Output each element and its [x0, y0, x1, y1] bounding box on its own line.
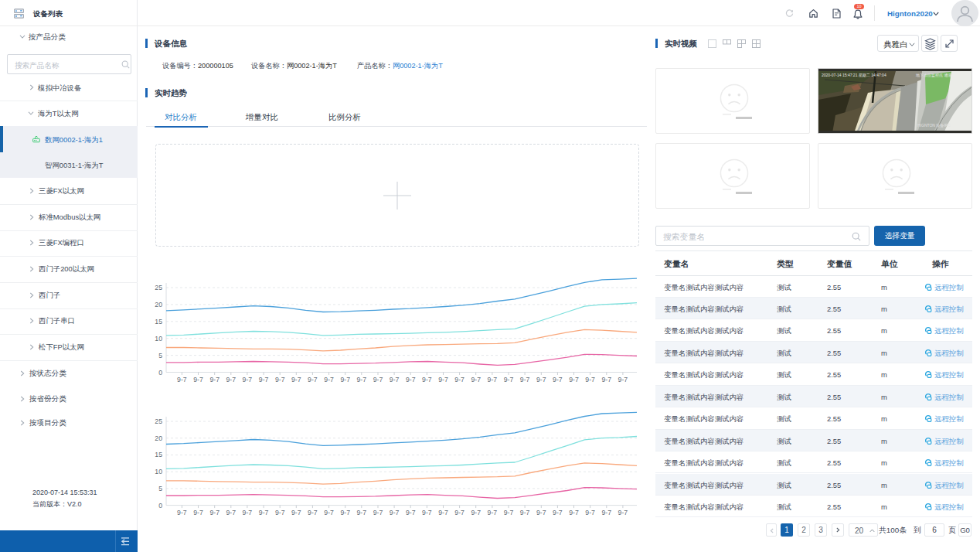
- svg-text:9-7: 9-7: [291, 376, 301, 383]
- svg-text:10: 10: [155, 335, 162, 342]
- svg-text:0: 0: [158, 502, 162, 509]
- svg-text:9-7: 9-7: [471, 376, 481, 383]
- svg-text:9-7: 9-7: [373, 509, 383, 516]
- svg-text:20: 20: [155, 434, 162, 442]
- svg-text:9-7: 9-7: [308, 376, 318, 383]
- svg-text:9-7: 9-7: [536, 509, 546, 516]
- svg-text:9-7: 9-7: [340, 376, 350, 383]
- svg-text:20: 20: [155, 301, 162, 308]
- svg-text:9-7: 9-7: [275, 509, 285, 516]
- svg-text:地下水位监控点 通道01: 地下水位监控点 通道01: [915, 73, 956, 77]
- svg-text:25: 25: [155, 417, 162, 425]
- svg-text:9-7: 9-7: [471, 509, 481, 516]
- svg-text:5: 5: [158, 485, 162, 492]
- svg-text:9-7: 9-7: [422, 376, 432, 383]
- svg-text:9-7: 9-7: [488, 376, 498, 383]
- svg-text:9-7: 9-7: [553, 509, 563, 516]
- svg-text:9-7: 9-7: [536, 376, 546, 383]
- svg-text:9-7: 9-7: [340, 509, 350, 516]
- svg-text:9-7: 9-7: [243, 376, 253, 383]
- svg-text:2020-07-14 15:47:21 星期二 14:47:: 2020-07-14 15:47:21 星期二 14:47:04: [822, 73, 886, 77]
- svg-text:9-7: 9-7: [357, 376, 367, 383]
- svg-text:9-7: 9-7: [243, 509, 253, 516]
- svg-text:9-7: 9-7: [553, 376, 563, 383]
- svg-text:9-7: 9-7: [438, 509, 448, 516]
- svg-text:9-7: 9-7: [454, 509, 464, 516]
- svg-text:9-7: 9-7: [357, 509, 367, 516]
- svg-text:9-7: 9-7: [520, 376, 530, 383]
- svg-text:9-7: 9-7: [324, 509, 334, 516]
- svg-text:9-7: 9-7: [308, 509, 318, 516]
- svg-text:9-7: 9-7: [291, 509, 301, 516]
- svg-text:9-7: 9-7: [585, 376, 595, 383]
- svg-text:9-7: 9-7: [390, 376, 400, 383]
- svg-text:9-7: 9-7: [177, 376, 187, 383]
- svg-text:9-7: 9-7: [438, 376, 448, 383]
- svg-text:15: 15: [155, 451, 162, 458]
- svg-text:9-7: 9-7: [373, 376, 383, 383]
- svg-text:9-7: 9-7: [390, 509, 400, 516]
- svg-text:9-7: 9-7: [618, 509, 628, 516]
- svg-text:9-7: 9-7: [209, 376, 219, 383]
- svg-text:9-7: 9-7: [209, 509, 219, 516]
- svg-text:HIGNTON 设备IPC: HIGNTON 设备IPC: [917, 123, 951, 128]
- svg-text:9-7: 9-7: [602, 376, 612, 383]
- svg-text:9-7: 9-7: [504, 509, 514, 516]
- svg-text:9-7: 9-7: [226, 509, 236, 516]
- svg-text:9-7: 9-7: [259, 376, 269, 383]
- svg-text:9-7: 9-7: [226, 376, 236, 383]
- svg-text:9-7: 9-7: [504, 376, 514, 383]
- svg-text:15: 15: [155, 318, 162, 325]
- svg-text:9-7: 9-7: [488, 509, 498, 516]
- svg-text:9-7: 9-7: [422, 509, 432, 516]
- svg-text:9-7: 9-7: [193, 376, 203, 383]
- svg-text:9-7: 9-7: [520, 509, 530, 516]
- svg-text:9-7: 9-7: [602, 509, 612, 516]
- svg-text:9-7: 9-7: [618, 376, 628, 383]
- svg-text:5: 5: [158, 352, 162, 359]
- svg-text:9-7: 9-7: [406, 509, 416, 516]
- svg-text:9-7: 9-7: [177, 509, 187, 516]
- svg-text:9-7: 9-7: [193, 509, 203, 516]
- svg-text:9-7: 9-7: [569, 509, 579, 516]
- svg-text:10: 10: [155, 468, 162, 475]
- svg-text:9-7: 9-7: [259, 509, 269, 516]
- svg-text:9-7: 9-7: [275, 376, 285, 383]
- svg-text:9-7: 9-7: [324, 376, 334, 383]
- svg-text:9-7: 9-7: [406, 376, 416, 383]
- svg-text:25: 25: [155, 284, 162, 291]
- svg-text:0: 0: [158, 369, 162, 377]
- svg-text:9-7: 9-7: [454, 376, 464, 383]
- svg-text:9-7: 9-7: [585, 509, 595, 516]
- svg-text:9-7: 9-7: [569, 376, 579, 383]
